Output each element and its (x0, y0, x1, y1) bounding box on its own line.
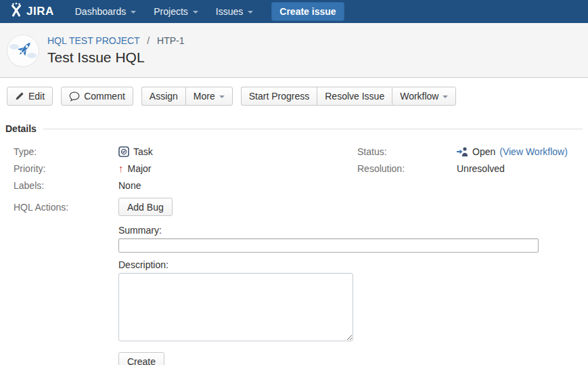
chevron-down-icon (219, 95, 225, 98)
comment-button[interactable]: Comment (61, 87, 133, 106)
description-textarea[interactable] (118, 273, 353, 341)
nav-item-issues[interactable]: Issues (207, 0, 262, 23)
breadcrumb-project-link[interactable]: HQL TEST PROJECT (47, 35, 139, 46)
task-type-icon (118, 146, 129, 157)
start-progress-button[interactable]: Start Progress (241, 87, 317, 106)
create-issue-button[interactable]: Create issue (271, 2, 344, 21)
pencil-icon (15, 91, 24, 101)
resolve-issue-button[interactable]: Resolve Issue (317, 87, 392, 106)
workflow-button-group: Start Progress Resolve Issue Workflow (241, 87, 457, 106)
create-button[interactable]: Create (118, 352, 164, 365)
labels-value: None (118, 180, 141, 191)
nav-item-label: Issues (216, 6, 243, 17)
chevron-down-icon (248, 11, 253, 14)
more-button-label: More (194, 91, 215, 102)
field-row-labels: Labels: None (14, 177, 583, 194)
issue-header: HQL TEST PROJECT / HTP-1 Test Issue HQL (0, 23, 588, 78)
chevron-down-icon (193, 11, 198, 14)
description-label: Description: (118, 259, 168, 270)
summary-input[interactable] (118, 238, 539, 253)
resolution-label: Resolution: (357, 163, 457, 174)
details-right-column: Status: Open (View Workflow) Re (357, 143, 568, 177)
priority-value: Major (128, 163, 152, 174)
project-avatar-rocket-icon (7, 35, 39, 67)
more-button[interactable]: More (185, 87, 233, 106)
summary-label: Summary: (118, 225, 162, 236)
speech-bubble-icon (69, 91, 80, 102)
details-divider (43, 129, 583, 129)
view-workflow-link[interactable]: (View Workflow) (499, 146, 568, 157)
hql-actions-label: HQL Actions: (14, 198, 118, 213)
priority-major-icon: ↑ (118, 163, 124, 174)
breadcrumb-separator: / (147, 35, 150, 46)
status-label: Status: (357, 146, 457, 157)
edit-button-label: Edit (28, 91, 45, 102)
issue-toolbar: Edit Comment Assign More Start Progress … (0, 78, 588, 115)
field-row-hql-actions: HQL Actions: Add Bug Summary: Descriptio… (14, 198, 583, 365)
chevron-down-icon (131, 11, 136, 14)
edit-button[interactable]: Edit (7, 87, 53, 106)
type-value: Task (133, 146, 153, 157)
jira-logo-text: JIRA (26, 5, 54, 18)
chevron-down-icon (443, 95, 448, 98)
status-value: Open (472, 146, 495, 157)
field-row-status: Status: Open (View Workflow) (357, 143, 568, 160)
status-open-icon (457, 147, 468, 156)
type-label: Type: (14, 146, 118, 157)
breadcrumb-issue-key-link[interactable]: HTP-1 (157, 35, 184, 46)
breadcrumb: HQL TEST PROJECT / HTP-1 (47, 35, 185, 47)
priority-label: Priority: (14, 163, 118, 174)
issue-title: Test Issue HQL (47, 49, 185, 66)
add-bug-button[interactable]: Add Bug (118, 198, 173, 216)
nav-item-label: Projects (154, 6, 188, 17)
nav-item-label: Dashboards (75, 6, 127, 17)
details-section: Details Type: Task (0, 115, 588, 365)
hql-actions-form: Add Bug Summary: Description: Create (118, 198, 539, 365)
resolution-value: Unresolved (457, 163, 505, 174)
nav-item-projects[interactable]: Projects (145, 0, 207, 23)
details-section-header: Details (5, 123, 583, 134)
top-navbar: JIRA Dashboards Projects Issues Create i… (0, 0, 588, 23)
jira-logo[interactable]: JIRA (9, 3, 54, 21)
assign-button[interactable]: Assign (141, 87, 185, 106)
nav-item-dashboards[interactable]: Dashboards (66, 0, 145, 23)
workflow-button-label: Workflow (400, 91, 438, 102)
labels-label: Labels: (14, 180, 118, 191)
workflow-button[interactable]: Workflow (392, 87, 456, 106)
field-row-resolution: Resolution: Unresolved (357, 160, 568, 177)
details-section-title: Details (5, 123, 37, 134)
assign-more-button-group: Assign More (141, 87, 233, 106)
comment-button-label: Comment (84, 91, 125, 102)
jira-charlie-icon (9, 3, 23, 21)
